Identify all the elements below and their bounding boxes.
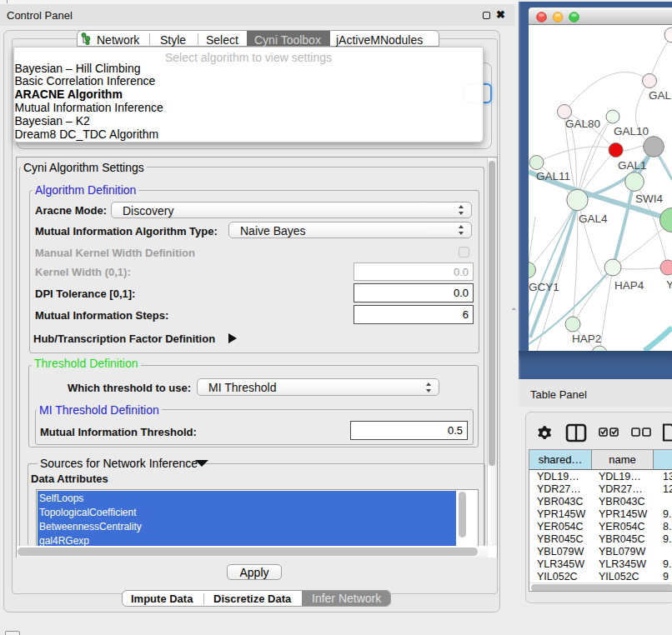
svg-text:GAL4: GAL4 bbox=[579, 212, 608, 225]
svg-text:GAL10: GAL10 bbox=[614, 125, 649, 138]
svg-text:GAL1: GAL1 bbox=[618, 159, 647, 172]
svg-text:Y: Y bbox=[666, 278, 672, 291]
svg-text:SWI4: SWI4 bbox=[635, 192, 663, 205]
svg-text:GCY1: GCY1 bbox=[529, 281, 559, 293]
svg-text:HAP2: HAP2 bbox=[572, 332, 601, 345]
svg-text:HAP4: HAP4 bbox=[614, 279, 644, 292]
svg-text:GAL80: GAL80 bbox=[565, 118, 600, 130]
svg-text:GAL11: GAL11 bbox=[536, 170, 570, 182]
svg-text:GAL: GAL bbox=[649, 89, 672, 102]
